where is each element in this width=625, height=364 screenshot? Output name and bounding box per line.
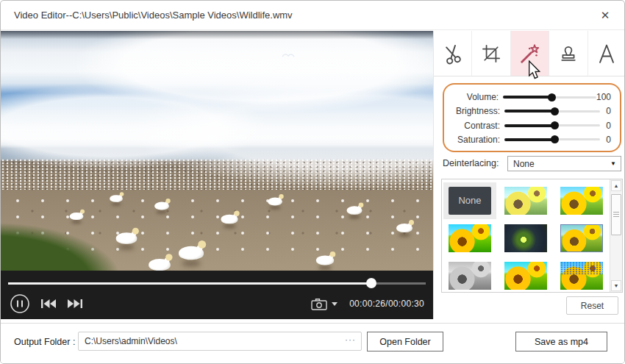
skip-back-icon: [40, 299, 57, 309]
effect-item[interactable]: [555, 220, 608, 257]
bird: [316, 255, 334, 265]
effects-list: None: [442, 179, 610, 292]
bird: [396, 224, 413, 232]
brightness-slider-row: Brightness: 0: [446, 104, 612, 118]
effect-item[interactable]: [555, 182, 608, 219]
effects-scrollbar: ▲ ▼: [610, 179, 622, 292]
effects-gallery: None ▲ ▼: [441, 179, 623, 293]
browse-button[interactable]: ···: [345, 335, 356, 345]
scroll-down-button[interactable]: ▼: [611, 280, 621, 291]
effect-thumbnail: [560, 187, 603, 215]
scrollbar-thumb[interactable]: [611, 194, 621, 235]
saturation-slider-row: Saturation: 0: [446, 133, 612, 146]
brightness-value: 0: [600, 106, 612, 116]
camera-icon: [311, 298, 327, 310]
deinterlacing-value: None: [513, 159, 610, 169]
open-folder-button[interactable]: Open Folder: [367, 332, 443, 351]
save-as-mp4-button[interactable]: Save as mp4: [515, 332, 607, 351]
bird: [154, 202, 169, 210]
snapshot-dropdown-icon[interactable]: [332, 302, 338, 306]
volume-value: 100: [596, 92, 612, 102]
saturation-slider[interactable]: [504, 138, 600, 140]
deinterlacing-dropdown[interactable]: None ▼: [507, 156, 621, 171]
effect-thumbnail: [504, 187, 547, 215]
effect-thumbnail: [449, 224, 491, 252]
seek-bar[interactable]: [8, 278, 426, 288]
output-folder-label: Output Folder :: [14, 337, 75, 347]
effect-item[interactable]: [555, 257, 608, 294]
contrast-slider[interactable]: [504, 124, 600, 126]
contrast-label: Contrast:: [446, 121, 504, 131]
effect-item[interactable]: [443, 220, 496, 257]
next-button[interactable]: [67, 299, 83, 309]
skip-forward-icon: [67, 299, 83, 309]
scrollbar-grip: [613, 212, 619, 218]
tab-effects[interactable]: [510, 31, 549, 76]
window-title: Video Editor--C:\Users\Public\Videos\Sam…: [14, 10, 293, 21]
bird: [149, 259, 171, 271]
effect-item[interactable]: [499, 182, 552, 219]
bird: [179, 246, 204, 260]
editing-panel: Volume: 100 Brightness: 0 Contrast: 0 Sa…: [433, 31, 625, 319]
effect-item[interactable]: [443, 257, 496, 294]
effect-item[interactable]: [499, 257, 552, 294]
title-bar: Video Editor--C:\Users\Public\Videos\Sam…: [1, 1, 624, 30]
bird: [110, 195, 123, 202]
effect-thumbnail: [560, 224, 603, 252]
volume-slider[interactable]: [503, 96, 596, 99]
snapshot-button[interactable]: [311, 298, 327, 310]
brightness-slider[interactable]: [504, 110, 600, 113]
tab-crop[interactable]: [471, 31, 510, 76]
adjustments-panel: Volume: 100 Brightness: 0 Contrast: 0 Sa…: [443, 83, 621, 152]
effect-item-none[interactable]: None: [443, 182, 496, 219]
output-path-wrap: ···: [78, 332, 362, 351]
grass-patch: [1, 224, 118, 271]
contrast-value: 0: [600, 121, 612, 131]
player-controls: 00:00:26/00:00:30: [1, 271, 433, 319]
volume-label: Volume:: [446, 92, 503, 102]
brightness-label: Brightness:: [446, 106, 504, 116]
chevron-down-icon: ▼: [610, 160, 616, 167]
tab-text[interactable]: [588, 31, 625, 76]
bird: [347, 206, 362, 214]
video-frame: [1, 31, 433, 271]
bird: [221, 215, 238, 224]
contrast-slider-row: Contrast: 0: [446, 119, 612, 132]
bird-colony: [1, 159, 433, 190]
stamp-icon: [558, 43, 579, 64]
output-bar: Output Folder : ··· Open Folder Save as …: [1, 323, 624, 363]
effect-thumbnail: [504, 262, 547, 290]
effect-thumbnail: [504, 224, 547, 252]
effect-item[interactable]: [499, 220, 552, 257]
brightness-slider-thumb[interactable]: [551, 107, 559, 115]
effect-none-chip: None: [449, 187, 491, 215]
time-display: 00:00:26/00:00:30: [349, 299, 424, 309]
bird: [116, 232, 138, 244]
crop-icon: [481, 43, 501, 64]
pause-button[interactable]: [10, 293, 30, 314]
seek-progress: [8, 282, 371, 285]
effect-thumbnail: [449, 262, 491, 290]
magic-wand-icon: [519, 43, 541, 65]
saturation-label: Saturation:: [446, 135, 504, 145]
close-icon[interactable]: ✕: [598, 8, 612, 23]
effect-thumbnail: [560, 262, 603, 290]
tab-trim[interactable]: [434, 31, 471, 76]
scissors-icon: [440, 40, 466, 67]
video-editor-window: Video Editor--C:\Users\Public\Videos\Sam…: [0, 0, 625, 364]
deinterlacing-label: Deinterlacing:: [443, 158, 499, 168]
tab-watermark[interactable]: [549, 31, 587, 76]
saturation-slider-thumb[interactable]: [551, 135, 559, 143]
text-icon: [596, 43, 618, 65]
video-preview: 00:00:26/00:00:30: [1, 31, 433, 319]
pause-icon: [10, 293, 30, 314]
reset-button[interactable]: Reset: [566, 296, 618, 315]
previous-button[interactable]: [40, 299, 57, 309]
volume-slider-thumb[interactable]: [548, 93, 556, 101]
output-path-input[interactable]: [78, 332, 362, 351]
contrast-slider-thumb[interactable]: [551, 121, 559, 129]
deinterlacing-row: Deinterlacing: None ▼: [443, 156, 621, 171]
flying-bird: [282, 51, 295, 58]
scroll-up-button[interactable]: ▲: [611, 180, 621, 191]
seek-thumb[interactable]: [366, 278, 376, 288]
